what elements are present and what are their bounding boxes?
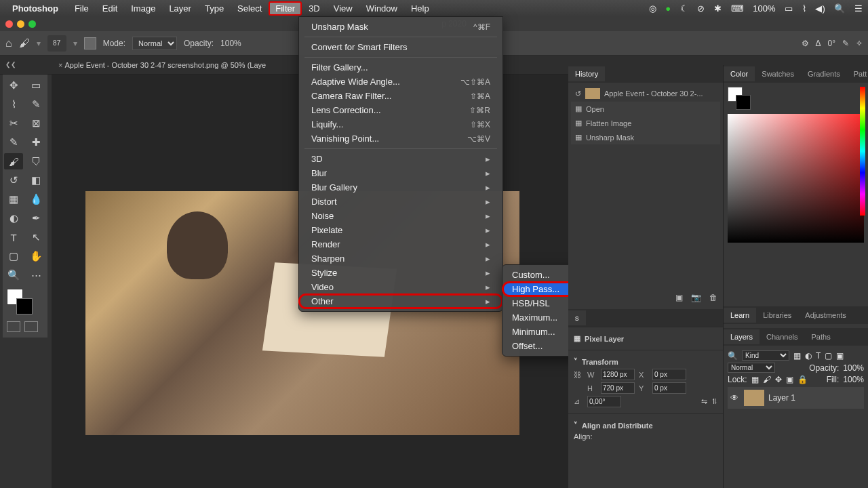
new-snapshot-icon[interactable]: ▣ [675,293,683,302]
symmetry-icon[interactable]: ✧ [856,39,863,48]
brush-panel-icon[interactable] [84,37,96,49]
menu-filter[interactable]: Filter [269,1,302,16]
x-field[interactable] [652,369,686,380]
close-tab-icon[interactable]: × [58,61,62,69]
tab-learn[interactable]: Learn [724,308,756,323]
angle-field[interactable] [587,396,621,407]
menuitem-render[interactable]: Render▸ [299,237,502,251]
menuitem-camera-raw[interactable]: Camera Raw Filter...⇧⌘A [299,89,502,103]
lock-paint-icon[interactable]: 🖌 [763,375,771,384]
filter-adjust-icon[interactable]: ◐ [805,351,812,361]
history-brush-tool[interactable]: ↺ [4,172,23,188]
visibility-icon[interactable]: 👁 [730,393,740,403]
move-tool[interactable]: ✥ [4,77,23,94]
opacity-value[interactable]: 100% [220,39,241,48]
healing-tool[interactable]: ✚ [26,134,45,150]
menu-layer[interactable]: Layer [162,1,198,16]
menuitem-3d[interactable]: 3D▸ [299,152,502,166]
history-step-open[interactable]: ▦Open [571,102,720,116]
filter-type-icon[interactable]: T [816,351,821,361]
battery-icon[interactable]: ▭ [785,3,793,14]
gradient-tool[interactable]: ▦ [4,191,23,207]
tab-libraries[interactable]: Libraries [756,308,798,323]
y-field[interactable] [652,382,686,394]
siri-icon[interactable]: ☰ [854,3,863,14]
volume-icon[interactable]: ◀) [815,3,825,14]
home-icon[interactable]: ⌂ [5,37,12,49]
menu-file[interactable]: File [68,1,96,16]
menuitem-noise[interactable]: Noise▸ [299,209,502,223]
link-icon[interactable]: ⛓ [574,371,583,379]
panel-collapse-icon[interactable]: ❮❮ [5,61,16,68]
tab-layers[interactable]: Layers [724,329,760,344]
lasso-tool[interactable]: ⌇ [4,96,23,113]
status-icon[interactable]: ⊘ [697,3,705,14]
tab-color[interactable]: Color [724,66,755,81]
menuitem-filter-gallery[interactable]: Filter Gallery... [299,60,502,75]
menu-help[interactable]: Help [404,1,436,16]
menu-window[interactable]: Window [359,1,404,16]
menuitem-convert-smart[interactable]: Convert for Smart Filters [299,40,502,54]
menu-type[interactable]: Type [198,1,231,16]
tab-gradients[interactable]: Gradients [801,66,847,81]
eraser-tool[interactable]: ◧ [26,172,45,188]
blend-mode-select[interactable]: Normal [132,37,177,50]
zoom-tool[interactable]: 🔍 [4,267,23,283]
menuitem-lens-correction[interactable]: Lens Correction...⇧⌘R [299,103,502,117]
menuitem-sharpen[interactable]: Sharpen▸ [299,251,502,266]
menu-image[interactable]: Image [124,1,162,16]
history-step-unsharp[interactable]: ▦Unsharp Mask [571,130,720,144]
cc-icon[interactable]: ◎ [649,3,656,14]
menuitem-last-filter[interactable]: Unsharp Mask^⌘F [299,20,502,34]
menuitem-pixelate[interactable]: Pixelate▸ [299,223,502,237]
menu-3d[interactable]: 3D [302,1,327,16]
menuitem-vanishing-point[interactable]: Vanishing Point...⌥⌘V [299,131,502,146]
path-select-tool[interactable]: ↖ [26,229,45,245]
color-picker[interactable] [728,114,864,243]
menuitem-distort[interactable]: Distort▸ [299,195,502,209]
trash-icon[interactable]: 🗑 [709,293,717,302]
input-icon[interactable]: ⌨ [731,3,744,14]
frame-tool[interactable]: ⊠ [26,115,45,131]
lock-nest-icon[interactable]: ▣ [786,375,793,384]
history-source[interactable]: ↺Apple Event - October 30 2-... [571,85,720,102]
tab-channels[interactable]: Channels [760,329,804,344]
pressure-icon[interactable]: ✎ [842,39,849,48]
wifi-icon[interactable]: ⌇ [802,3,806,14]
quick-select-tool[interactable]: ✎ [26,96,45,113]
brush-tool[interactable]: 🖌 [4,153,23,169]
menuitem-other[interactable]: Other▸ [299,294,502,308]
edit-toolbar[interactable]: ⋯ [26,267,45,283]
brush-preview-icon[interactable]: 🖌 [19,37,30,49]
pen-tool[interactable]: ✒ [26,210,45,226]
type-tool[interactable]: T [4,229,23,245]
tab-swatches[interactable]: Swatches [755,66,801,81]
tab-adjustments[interactable]: Adjustments [798,308,853,323]
spotlight-icon[interactable]: 🔍 [834,3,845,14]
menu-view[interactable]: View [327,1,359,16]
filter-smart-icon[interactable]: ▣ [836,351,844,361]
menuitem-adaptive-wide-angle[interactable]: Adaptive Wide Angle...⌥⇧⌘A [299,75,502,89]
shape-tool[interactable]: ▢ [4,248,23,264]
hue-slider[interactable] [860,87,865,216]
layer-thumbnail[interactable] [744,390,764,406]
tab-history[interactable]: History [568,66,605,81]
eyedropper-tool[interactable]: ✎ [4,134,23,150]
dnd-icon[interactable]: ☾ [680,3,688,14]
layer-opacity-value[interactable]: 100% [843,363,864,373]
angle-value[interactable]: 0° [828,39,835,48]
clone-stamp-tool[interactable]: ⛉ [26,153,45,169]
close-button[interactable] [5,20,13,28]
menu-edit[interactable]: Edit [96,1,124,16]
menu-select[interactable]: Select [231,1,269,16]
lock-pos-icon[interactable]: ✥ [775,375,782,384]
dodge-tool[interactable]: ◐ [4,210,23,226]
layer-blend-mode[interactable]: Normal [728,363,775,373]
tab-patterns[interactable]: Patt [847,66,868,81]
flip-h-icon[interactable]: ⇋ [701,397,707,406]
settings-gear-icon[interactable]: ⚙ [802,39,809,48]
color-fgbg[interactable] [728,87,751,110]
menuitem-blur-gallery[interactable]: Blur Gallery▸ [299,180,502,195]
width-field[interactable] [601,369,635,380]
layer-filter-kind[interactable]: Kind [742,350,789,361]
